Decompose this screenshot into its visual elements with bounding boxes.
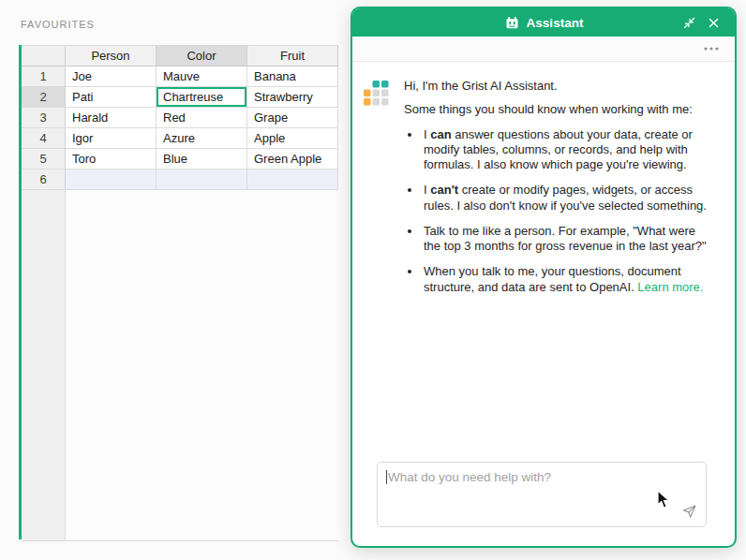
bullet-text: Talk to me like a person. For example, "… [424, 224, 707, 253]
column-header-color[interactable]: Color [157, 46, 247, 66]
grist-logo [364, 81, 389, 305]
selected-cell[interactable]: Chartreuse [157, 87, 247, 107]
table-row: 1 Joe Mauve Banana [22, 66, 338, 87]
bullet-text: answer questions about your data, create… [424, 127, 693, 172]
cell-person[interactable]: Harald [66, 108, 157, 127]
intro-text: Some things you should know when working… [404, 102, 715, 117]
assistant-toolbar [352, 37, 735, 62]
send-icon[interactable] [680, 503, 697, 520]
assistant-message: Hi, I'm the Grist AI Assistant. Some thi… [364, 79, 720, 305]
collapse-icon[interactable] [679, 8, 699, 37]
bullet-text: create or modify pages, widgets, or acce… [424, 183, 707, 212]
cell-person[interactable]: Igor [66, 128, 157, 148]
greeting-text: Hi, I'm the Grist AI Assistant. [404, 79, 715, 94]
bullet-talk: Talk to me like a person. For example, "… [422, 224, 715, 255]
row-number[interactable]: 1 [22, 66, 66, 86]
table-row: 3 Harald Red Grape [22, 108, 338, 128]
cell-fruit[interactable] [247, 169, 338, 189]
assistant-message-text: Hi, I'm the Grist AI Assistant. Some thi… [404, 79, 715, 305]
bullet-bold: can't [430, 183, 458, 197]
cell-fruit[interactable]: Grape [247, 108, 338, 127]
assistant-conversation: Hi, I'm the Grist AI Assistant. Some thi… [352, 62, 735, 546]
grid-empty-area [22, 190, 338, 541]
table-row: 4 Igor Azure Apple [22, 128, 338, 149]
column-header-fruit[interactable]: Fruit [247, 46, 338, 66]
corner-cell[interactable] [22, 46, 66, 66]
row-number[interactable]: 5 [22, 149, 66, 169]
row-number[interactable]: 6 [22, 169, 66, 189]
cell-fruit[interactable]: Green Apple [247, 149, 338, 169]
cell-person[interactable]: Joe [66, 66, 157, 86]
grid-blank-space [66, 190, 338, 540]
grid-header-row: Person Color Fruit [22, 46, 338, 66]
info-bullets: I can answer questions about your data, … [404, 127, 715, 295]
assistant-header: Assistant [352, 8, 735, 37]
cell-fruit[interactable]: Strawberry [247, 87, 338, 107]
row-number[interactable]: 4 [22, 128, 66, 148]
table-row: 5 Toro Blue Green Apple [22, 149, 338, 169]
table-row: 2 Pati Chartreuse Strawberry [22, 87, 338, 108]
column-header-person[interactable]: Person [66, 46, 157, 66]
cell-color[interactable]: Red [157, 108, 247, 127]
cell-color[interactable]: Blue [157, 149, 247, 169]
row-number[interactable]: 3 [22, 108, 66, 127]
bullet-bold: can [430, 127, 451, 141]
assistant-title: Assistant [527, 16, 584, 30]
cell-fruit[interactable]: Banana [247, 66, 338, 86]
robot-icon [504, 15, 520, 31]
data-grid: Person Color Fruit 1 Joe Mauve Banana 2 … [19, 45, 338, 541]
bullet-can: I can answer questions about your data, … [422, 127, 715, 173]
close-icon[interactable] [703, 8, 724, 37]
assistant-panel: Assistant [351, 7, 737, 548]
view-title: FAVOURITES [21, 19, 95, 30]
cell-fruit[interactable]: Apple [247, 128, 338, 148]
bullet-openai: When you talk to me, your questions, doc… [422, 264, 715, 295]
chat-input[interactable] [378, 463, 706, 526]
kebab-menu-icon[interactable] [703, 46, 720, 52]
add-row: 6 [22, 169, 338, 190]
row-number[interactable]: 2 [22, 87, 66, 107]
cell-person[interactable]: Pati [66, 87, 157, 107]
cell-color[interactable]: Azure [157, 128, 247, 148]
cell-person[interactable]: Toro [66, 149, 157, 169]
bullet-cant: I can't create or modify pages, widgets,… [422, 183, 715, 214]
cell-person[interactable] [66, 169, 157, 189]
chat-input-box [377, 462, 707, 527]
text-caret [386, 470, 387, 484]
grid-left-accent-bar [19, 45, 22, 539]
row-number-gutter [22, 190, 66, 540]
cell-color[interactable]: Mauve [157, 66, 247, 86]
learn-more-link[interactable]: Learn more. [637, 280, 703, 294]
cell-color[interactable] [157, 169, 247, 189]
